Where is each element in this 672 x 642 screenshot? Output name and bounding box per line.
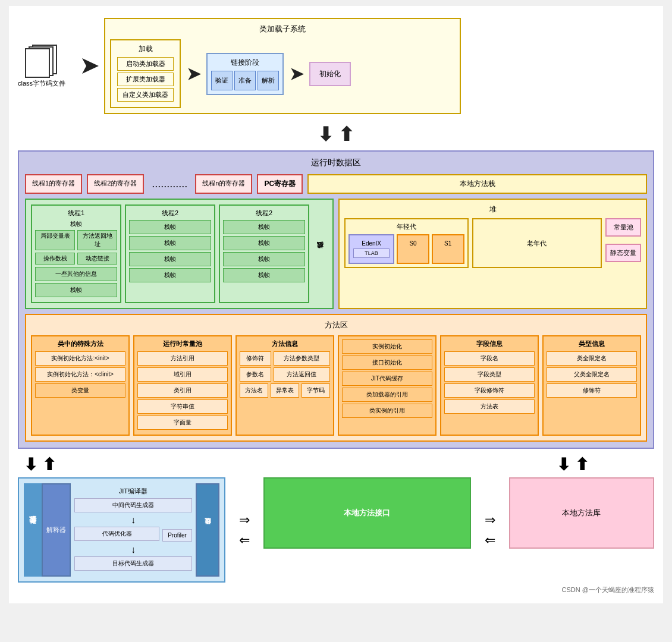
native-lib-label: 本地方法库 [562,508,601,518]
load-box-title: 加载 [117,44,174,54]
return-addr: 方法返回地址 [77,230,117,250]
local-var-table: 局部变量表 [35,230,75,250]
method-col4-item4: 类实例的引用 [342,404,432,418]
class-files-label: class字节码文件 [18,79,65,88]
loader-item-3: 自定义类加载器 [117,88,174,102]
thread2-frame2: 栈帧 [129,236,211,250]
method-row1: 修饰符 方法参数类型 [240,351,330,367]
classloader-inner: 加载 启动类加载器 扩展类加载器 自定义类加载器 ➤ 链接阶段 验证 准备 解析 [110,39,455,108]
jit-row2: 代码优化器 Profiler [74,527,192,543]
runtime-title: 运行时数据区 [25,158,647,168]
register-thread2: 线程2的寄存器 [87,174,144,194]
init-box: 初始化 [309,62,351,86]
arrow-to-loader: ➤ [80,54,98,78]
loader-item-2: 扩展类加载器 [117,73,174,86]
method-col5-item3: 字段修饰符 [444,383,535,398]
method-col3-r1c2: 方法参数类型 [274,351,330,366]
classloader-system: 类加载子系统 加载 启动类加载器 扩展类加载器 自定义类加载器 ➤ 链接阶段 验… [104,18,461,114]
thread2b-frame2: 栈帧 [223,236,305,250]
thread2-title: 线程2 [129,209,211,218]
method-area-title: 方法区 [31,320,641,331]
top-section: class字节码文件 ➤ 类加载子系统 加载 启动类加载器 扩展类加载器 自定义… [18,15,654,117]
method-col-6: 类型信息 类全限定名 父类全限定名 修饰符 [542,335,641,436]
vertical-arrows-top: ⬇ ⬆ [18,123,654,146]
pc-register: PC寄存器 [257,174,303,194]
file-stack [24,45,59,77]
thread1-box: 线程1 栈帧 局部变量表 方法返回地址 操作数栈 动态链接 一些其他的信息 栈帧 [31,204,121,303]
heap-right-boxes: 常量池 静态变量 [605,218,641,268]
method-col-1: 类中的特殊方法 实例初始化方法:<init> 实例初始化方法：<clinit> … [31,335,130,436]
method-col4-title: 实例初始化 [342,339,432,354]
heap-area: 堆 年轻代 EdenIX TLAB S0 [338,199,647,309]
thread2b-frame4: 栈帧 [223,268,305,282]
jit-item-2: 代码优化器 [74,527,159,541]
frame-bottom: 栈帧 [35,283,117,297]
method-col-3: 方法信息 修饰符 方法参数类型 参数名 方法返回值 方法名 异常表 字节码 [235,335,334,436]
link-step-resolve: 解析 [258,71,279,90]
method-col6-item2: 父类全限定名 [547,367,637,382]
method-col6-item1: 类全限定名 [547,351,637,366]
h-arrows-native-lib: ⇒ ⇐ [480,477,500,583]
method-col2-title: 运行时常量池 [137,339,228,348]
register-threadn: 线程n的寄存器 [195,174,252,194]
method-col3-r3c1: 方法名 [240,383,268,398]
exec-engine-label: 执行引擎 [24,483,42,577]
method-area: 方法区 类中的特殊方法 实例初始化方法:<init> 实例初始化方法：<clin… [25,314,647,442]
gc-col: 垃圾收集器 [196,483,219,577]
method-col1-item1: 实例初始化方法:<init> [35,351,125,366]
method-col3-r3c2: 异常表 [271,383,299,398]
native-interface-label: 本地方法接口 [344,508,390,518]
runtime-area: 运行时数据区 线程1的寄存器 线程2的寄存器 ............ 线程n的… [18,150,654,449]
method-col3-r2c1: 参数名 [240,367,271,382]
method-col2-item5: 字面量 [137,416,228,430]
middle-section: 线程1 栈帧 局部变量表 方法返回地址 操作数栈 动态链接 一些其他的信息 栈帧 [25,199,647,309]
old-gen-box: 老年代 [472,218,602,268]
classloader-system-title: 类加载子系统 [110,24,455,34]
link-step-prepare: 准备 [234,71,256,90]
method-col6-title: 类型信息 [547,339,637,348]
class-files: class字节码文件 [18,45,65,88]
static-var-box: 静态变量 [605,244,641,262]
jit-item-1: 中间代码生成器 [74,498,192,512]
thread2b-title: 线程2 [223,209,305,218]
method-col-4: 实例初始化 接口初始化 JIT代码缓存 类加载器的引用 类实例的引用 [338,335,437,436]
method-col6-item3: 修饰符 [547,383,637,398]
thread2b-box: 线程2 栈帧 栈帧 栈帧 栈帧 [219,204,309,303]
load-box: 加载 启动类加载器 扩展类加载器 自定义类加载器 [110,39,181,108]
young-gen-title: 年轻代 [348,222,464,231]
method-col2-item2: 域引用 [137,367,228,382]
link-phase-title: 链接阶段 [211,58,279,68]
arrow-right-2: ⇒ [485,512,495,528]
watermark: CSDN @一个天蝎座的准程序猿 [18,586,654,594]
method-col5-item4: 方法表 [444,399,535,414]
method-col3-r1c1: 修饰符 [240,351,271,366]
register-row: 线程1的寄存器 线程2的寄存器 ............ 线程n的寄存器 PC寄… [25,174,647,194]
eden-box: EdenIX TLAB [348,234,394,264]
native-interface-box: 本地方法接口 [263,477,471,549]
s0-box: S0 [397,234,429,264]
arrows-row-middle: ⬇ ⬆ ⬇ ⬆ [18,455,654,474]
method-col1-item2: 实例初始化方法：<clinit> [35,367,125,382]
thread2-frame4: 栈帧 [129,268,211,282]
arrow-to-init: ➤ [290,64,303,84]
method-col1-footer: 类变量 [35,383,125,398]
link-phase-box: 链接阶段 验证 准备 解析 [206,53,284,95]
execution-engine-wrapper: 执行引擎 解释器 JIT编译器 中间代码生成器 ↓ 代码优化器 Profiler… [18,477,225,583]
method-col3-r3c3: 字节码 [302,383,330,398]
eden-label: EdenIX [353,240,390,247]
frame-detail-row: 局部变量表 方法返回地址 [35,230,117,250]
constant-pool-box: 常量池 [605,218,641,237]
file-icon-3 [25,48,50,78]
link-phase-inner: 验证 准备 解析 [211,71,279,90]
method-area-inner: 类中的特殊方法 实例初始化方法:<init> 实例初始化方法：<clinit> … [31,335,641,436]
left-vertical-arrows: ⬇ ⬆ [24,455,56,474]
init-label: 初始化 [319,70,341,78]
virtual-machine-label: 虚拟机栈 [313,204,328,303]
arrow-left-1: ⇐ [239,533,250,548]
thread2-frame1: 栈帧 [129,220,211,234]
thread2-frame3: 栈帧 [129,252,211,266]
arrow-to-link: ➤ [187,64,200,84]
method-col5-item1: 字段名 [444,351,535,366]
register-dots: ............ [149,174,190,194]
main-container: class字节码文件 ➤ 类加载子系统 加载 启动类加载器 扩展类加载器 自定义… [9,6,663,603]
